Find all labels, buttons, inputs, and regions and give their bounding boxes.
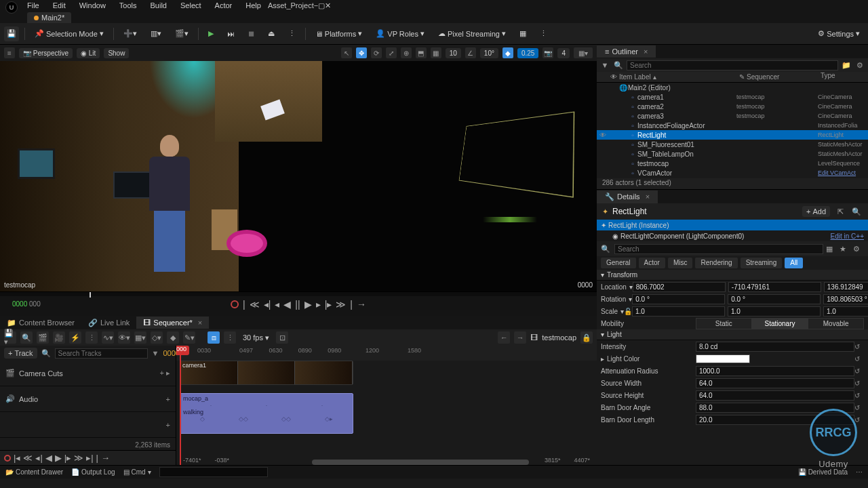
location-y-input[interactable] [728,282,821,292]
scrub-head[interactable] [90,292,91,298]
col-item-label[interactable]: 👁 Item Label ▴ [597,72,739,82]
seq-to-end[interactable]: ▸| [86,453,93,463]
reset-icon[interactable]: ↺ [854,355,864,363]
output-log-button[interactable]: 📄 Output Log [71,468,115,476]
statusbar-more[interactable]: ⋯ [856,468,863,476]
content-drawer-button[interactable]: 📂 Content Drawer [5,468,63,476]
tab-live-link[interactable]: 🔗 Live Link [81,317,136,329]
next-frame-button[interactable]: |▸ [325,299,332,310]
outliner-row[interactable]: ▫camera3testmocapCineCamera [597,111,868,121]
filter-all[interactable]: All [785,258,803,268]
seq-director-button[interactable]: 🎥 [53,331,65,344]
seq-playhead[interactable]: 0000 [180,346,181,465]
seq-range-arrow[interactable]: → [101,453,110,463]
grid-snap-value[interactable]: 10 [446,48,461,58]
barndoor-length-input[interactable] [696,415,854,425]
seq-save-button[interactable]: 💾▾ [4,331,16,344]
seq-hscroll[interactable] [312,460,529,465]
seq-nav-fwd[interactable]: → [514,331,526,344]
seq-options-button[interactable]: ⋮ [85,331,98,344]
clip-mocap[interactable]: mocap_a ··· walking ◇◇◇◇◇◇▸ [180,393,353,434]
seq-fps-dropdown[interactable]: 30 fps ▾ [240,333,272,342]
seq-rewind[interactable]: ≪ [23,453,33,463]
seq-edit-button[interactable]: ✎▾ [183,331,195,344]
close-icon[interactable]: × [644,47,648,56]
prev-frame-button[interactable]: ◂| [264,299,271,310]
location-z-input[interactable] [824,282,868,292]
seq-ffwd[interactable]: ≫ [74,453,83,463]
light-color-swatch[interactable] [696,354,750,363]
pause-button[interactable]: || [295,299,300,310]
camera-speed-icon[interactable]: 📷 [542,47,553,58]
attenuation-input[interactable] [696,366,854,376]
outliner-row[interactable]: ▫camera2testmocapCineCamera [597,102,868,111]
loop-button[interactable]: → [357,299,366,310]
ffwd-button[interactable]: ≫ [336,299,346,310]
to-end-button[interactable]: | [350,299,353,310]
rotation-y-input[interactable] [728,294,821,304]
details-search-input[interactable] [614,244,823,254]
window-close-button[interactable]: ✕ [325,1,331,10]
add-section-button[interactable]: + ▸ [160,369,170,378]
lit-dropdown[interactable]: ◉ Lit [77,48,100,58]
scale-z-input[interactable] [823,306,868,317]
seq-lock-button[interactable]: 🔒 [580,331,593,344]
outliner-row[interactable]: ▫SM_TableLampOnStaticMeshActor [597,149,868,159]
seq-ruler[interactable]: 0030 0497 0630 0890 0980 1200 1580 [176,346,597,361]
seq-snapping-toggle[interactable]: ⧈ [208,331,220,344]
component-child[interactable]: ◉ RectLightComponent (LightComponent0)Ed… [597,230,868,241]
intensity-input[interactable] [696,342,854,352]
seq-marked-frame-button[interactable]: ⊡ [276,331,288,344]
seq-find-button[interactable]: 🔍 [20,331,33,344]
add-component-button[interactable]: + Add [802,206,830,217]
add-section-button[interactable]: + [166,395,170,403]
details-browse-icon[interactable]: ⇱ [834,205,846,218]
step-back-button[interactable]: ◂ [275,299,279,310]
outliner-row[interactable]: ▫InstancedFoliageActorInstancedFolia [597,121,868,130]
camera-speed-value[interactable]: 4 [557,48,570,58]
outliner-row[interactable]: ▫camera1testmocapCineCamera [597,92,868,102]
scale-snap-value[interactable]: 0.25 [517,48,538,58]
outliner-row[interactable]: ▫SM_Fluorescent01StaticMeshActor [597,140,868,149]
surface-snap-icon[interactable]: ⬒ [416,47,427,58]
rot-snap-icon[interactable]: ∠ [465,47,476,58]
mobility-static[interactable]: Static [696,318,752,329]
location-x-input[interactable] [633,282,726,292]
step-button[interactable]: ⏭ [223,28,239,40]
section-light[interactable]: ▾ Light [597,329,868,340]
toolbar-extra-1[interactable]: ▦ [515,27,530,40]
scale-x-input[interactable] [632,306,725,317]
filter-misc[interactable]: Misc [668,258,693,268]
record-button[interactable] [231,300,239,308]
tab-content-browser[interactable]: 📁 Content Browser [0,317,81,329]
seq-loop[interactable]: | [96,453,98,463]
window-max-button[interactable]: ▢ [318,1,325,10]
seq-next[interactable]: |▸ [64,453,71,463]
section-transform[interactable]: ▾ Transform [597,270,868,281]
scale-snap-icon[interactable]: ◆ [502,47,513,58]
seq-render-button[interactable]: 🎬 [37,331,49,344]
vproles-dropdown[interactable]: 👤 VP Roles ▾ [372,27,429,40]
perspective-dropdown[interactable]: 📷 Perspective [19,48,73,58]
tab-close-icon[interactable]: × [198,319,202,327]
tab-details[interactable]: 🔧 Details× [597,190,658,203]
reset-icon[interactable]: ↺ [854,380,864,387]
add-section-button[interactable]: + [166,421,170,429]
filter-general[interactable]: General [601,258,636,268]
selection-mode-dropdown[interactable]: 📌 Selection Mode ▾ [31,27,108,40]
viewport-layout-icon[interactable]: ▦▾ [574,47,593,58]
play-fwd-button[interactable]: ▶ [304,299,312,310]
seq-snap-button[interactable]: ▦▾ [134,331,146,344]
play-options[interactable]: ⋮ [284,27,300,40]
reset-icon[interactable]: ↺ [854,343,864,350]
seq-key-button[interactable]: ◇▾ [151,331,163,344]
eject-button[interactable]: ⏏ [264,27,279,40]
outliner-search-input[interactable] [627,60,838,70]
menu-select[interactable]: Select [174,1,208,9]
clip-camera[interactable]: camera1 [180,361,353,385]
seq-record-button[interactable] [4,455,11,462]
track-camera-cuts[interactable]: 🎬 Camera Cuts + ▸ [0,361,176,386]
translate-tool-icon[interactable]: ✥ [356,47,367,58]
select-tool-icon[interactable]: ↖ [341,47,352,58]
details-view-icon[interactable]: ▦ [826,245,837,253]
